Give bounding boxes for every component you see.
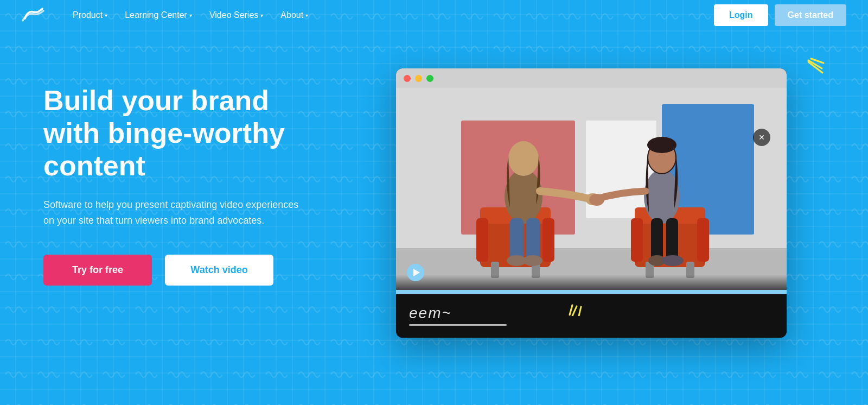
svg-rect-35 <box>666 218 678 262</box>
try-free-button[interactable]: Try for free <box>43 255 152 286</box>
hero-right-column: × <box>347 63 835 338</box>
cta-buttons: Try for free Watch video <box>43 255 347 286</box>
svg-point-25 <box>508 141 539 176</box>
watch-video-button[interactable]: Watch video <box>165 255 273 286</box>
svg-line-3 <box>570 305 572 315</box>
nav-product[interactable]: Product ▾ <box>66 6 114 24</box>
svg-point-29 <box>523 255 542 266</box>
navbar: Product ▾ Learning Center ▾ Video Series… <box>0 0 868 30</box>
wistia-signature: eem~ <box>409 305 507 322</box>
chevron-down-icon: ▾ <box>189 12 192 18</box>
video-close-button[interactable]: × <box>753 129 770 146</box>
video-area: × <box>396 88 787 294</box>
svg-point-33 <box>647 137 676 153</box>
browser-dot-maximize <box>426 75 433 82</box>
nav-learning-center[interactable]: Learning Center ▾ <box>118 6 199 24</box>
svg-rect-21 <box>697 218 709 262</box>
video-play-button[interactable] <box>407 264 424 281</box>
logo[interactable] <box>22 7 44 24</box>
sparkle-decoration-top <box>792 58 825 85</box>
svg-line-4 <box>572 306 577 316</box>
nav-about[interactable]: About ▾ <box>274 6 315 24</box>
chevron-down-icon: ▾ <box>260 12 263 18</box>
browser-dot-close <box>404 75 411 82</box>
wistia-underline <box>409 324 507 326</box>
hero-left-column: Build your brand with binge-worthy conte… <box>43 63 347 286</box>
hero-subtitle: Software to help you present captivating… <box>43 197 304 229</box>
play-icon <box>413 269 420 276</box>
svg-rect-14 <box>476 218 488 262</box>
svg-point-37 <box>662 255 684 266</box>
video-scene <box>396 88 787 294</box>
chevron-down-icon: ▾ <box>305 12 308 18</box>
nav-links: Product ▾ Learning Center ▾ Video Series… <box>66 6 714 24</box>
svg-rect-20 <box>631 218 643 262</box>
browser-titlebar <box>396 68 787 88</box>
svg-point-39 <box>589 194 604 206</box>
svg-line-5 <box>579 307 581 316</box>
svg-rect-27 <box>526 218 540 262</box>
main-content: Build your brand with binge-worthy conte… <box>0 30 868 405</box>
chevron-down-icon: ▾ <box>105 12 107 18</box>
svg-rect-26 <box>510 218 524 262</box>
nav-video-series[interactable]: Video Series ▾ <box>203 6 270 24</box>
nav-actions: Login Get started <box>714 4 846 26</box>
svg-rect-15 <box>542 218 554 262</box>
login-button[interactable]: Login <box>714 4 768 26</box>
get-started-button[interactable]: Get started <box>775 4 846 26</box>
hero-title: Build your brand with binge-worthy conte… <box>43 85 326 182</box>
browser-dot-minimize <box>415 75 422 82</box>
